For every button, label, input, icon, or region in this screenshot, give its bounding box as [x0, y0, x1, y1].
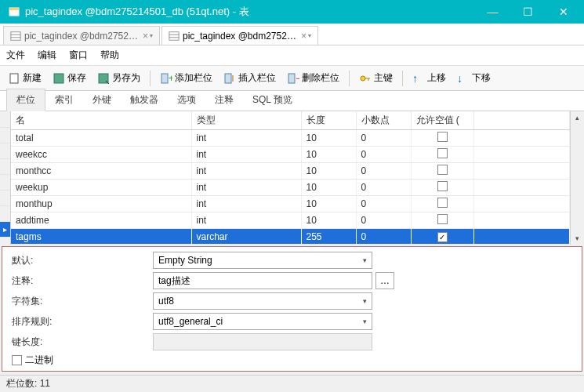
tab-close-icon[interactable]: ×	[143, 31, 148, 42]
cell-type[interactable]: int	[191, 147, 301, 163]
titlebar[interactable]: pic_tagindex @bdm275214501_db (51qt.net)…	[0, 0, 584, 24]
null-checkbox[interactable]	[437, 148, 448, 158]
cell-name[interactable]: monthup	[11, 196, 191, 212]
chevron-down-icon: ▾	[363, 297, 367, 305]
charset-select[interactable]: utf8▾	[153, 292, 372, 310]
scroll-down-icon[interactable]: ▾	[571, 232, 584, 245]
cell-length[interactable]: 10	[301, 212, 356, 229]
col-length[interactable]: 长度	[301, 111, 356, 130]
col-allow-null[interactable]: 允许空值 (	[411, 111, 473, 130]
cell-allow-null[interactable]	[411, 212, 473, 229]
tab-triggers[interactable]: 触发器	[121, 89, 168, 111]
new-button[interactable]: 新建	[3, 69, 46, 87]
cell-name[interactable]: weekup	[11, 180, 191, 196]
cell-type[interactable]: int	[191, 163, 301, 180]
primary-key-button[interactable]: 主键	[354, 69, 397, 87]
cell-allow-null[interactable]	[411, 163, 473, 180]
cell-type[interactable]: int	[191, 180, 301, 196]
comment-browse-button[interactable]: …	[375, 272, 394, 289]
svg-rect-5	[169, 31, 179, 40]
cell-decimals[interactable]: 0	[356, 163, 411, 180]
cell-length[interactable]: 10	[301, 196, 356, 212]
delete-column-button[interactable]: −删除栏位	[282, 69, 344, 87]
cell-decimals[interactable]: 0	[356, 147, 411, 163]
null-checkbox[interactable]	[437, 132, 448, 142]
close-button[interactable]: ✕	[546, 0, 581, 24]
cell-type[interactable]: int	[191, 212, 301, 229]
tab-options[interactable]: 选项	[168, 89, 205, 111]
cell-type[interactable]: int	[191, 130, 301, 147]
columns-table[interactable]: 名 类型 长度 小数点 允许空值 ( totalint100weekccint1…	[11, 111, 570, 245]
cell-name[interactable]: total	[11, 130, 191, 147]
cell-allow-null[interactable]: ✓	[411, 229, 473, 245]
table-row[interactable]: weekccint100	[11, 147, 570, 163]
cell-length[interactable]: 255	[301, 229, 356, 245]
null-checkbox[interactable]	[437, 181, 448, 191]
menu-edit[interactable]: 编辑	[38, 49, 56, 62]
move-up-button[interactable]: ↑上移	[408, 69, 451, 87]
default-select[interactable]: Empty String▾	[153, 252, 372, 269]
minimize-button[interactable]: —	[475, 0, 510, 24]
arrow-down-icon: ↓	[457, 72, 470, 85]
cell-allow-null[interactable]	[411, 147, 473, 163]
cell-type[interactable]: varchar	[191, 229, 301, 245]
binary-checkbox[interactable]	[12, 355, 22, 365]
move-down-button[interactable]: ↓下移	[452, 69, 495, 87]
cell-decimals[interactable]: 0	[356, 229, 411, 245]
col-name[interactable]: 名	[11, 111, 191, 130]
null-checkbox[interactable]: ✓	[437, 232, 448, 242]
cell-decimals[interactable]: 0	[356, 130, 411, 147]
cell-decimals[interactable]: 0	[356, 212, 411, 229]
collation-select[interactable]: utf8_general_ci▾	[153, 313, 372, 330]
cell-type[interactable]: int	[191, 196, 301, 212]
cell-decimals[interactable]: 0	[356, 180, 411, 196]
cell-allow-null[interactable]	[411, 130, 473, 147]
insert-column-button[interactable]: 插入栏位	[219, 69, 281, 87]
cell-length[interactable]: 10	[301, 180, 356, 196]
tab-sql-preview[interactable]: SQL 预览	[243, 89, 302, 111]
table-icon	[169, 31, 180, 42]
tab-indexes[interactable]: 索引	[45, 89, 83, 111]
menu-file[interactable]: 文件	[6, 49, 25, 62]
document-tab[interactable]: pic_tagindex @bdm2752… × ▾	[161, 26, 318, 45]
vertical-scrollbar[interactable]: ▴ ▾	[570, 111, 584, 245]
add-column-button[interactable]: +添加栏位	[155, 69, 217, 87]
menu-help[interactable]: 帮助	[100, 49, 119, 62]
cell-length[interactable]: 10	[301, 147, 356, 163]
col-decimals[interactable]: 小数点	[356, 111, 411, 130]
tab-dropdown-icon[interactable]: ▾	[308, 32, 311, 39]
col-type[interactable]: 类型	[191, 111, 301, 130]
null-checkbox[interactable]	[437, 214, 448, 224]
menu-window[interactable]: 窗口	[69, 49, 88, 62]
document-tab[interactable]: pic_tagindex @bdm2752… × ▾	[3, 26, 160, 45]
cell-length[interactable]: 10	[301, 163, 356, 180]
null-checkbox[interactable]	[437, 165, 448, 175]
table-row[interactable]: weekupint100	[11, 180, 570, 196]
cell-length[interactable]: 10	[301, 130, 356, 147]
scroll-up-icon[interactable]: ▴	[571, 111, 584, 124]
cell-name[interactable]: weekcc	[11, 147, 191, 163]
save-button[interactable]: 保存	[48, 69, 91, 87]
cell-allow-null[interactable]	[411, 180, 473, 196]
cell-name[interactable]: monthcc	[11, 163, 191, 180]
menubar: 文件 编辑 窗口 帮助	[0, 45, 584, 66]
tab-comment[interactable]: 注释	[205, 89, 243, 111]
tab-fields[interactable]: 栏位	[6, 89, 45, 111]
table-row[interactable]: monthupint100	[11, 196, 570, 212]
table-row[interactable]: tagmsvarchar2550✓	[11, 229, 570, 245]
table-row[interactable]: totalint100	[11, 130, 570, 147]
tab-foreign-keys[interactable]: 外键	[83, 89, 121, 111]
table-row[interactable]: monthccint100	[11, 163, 570, 180]
saveas-button[interactable]: 另存为	[92, 69, 145, 87]
table-row[interactable]: addtimeint100	[11, 212, 570, 229]
svg-rect-13	[225, 74, 231, 83]
cell-name[interactable]: addtime	[11, 212, 191, 229]
tab-dropdown-icon[interactable]: ▾	[150, 32, 153, 39]
maximize-button[interactable]: ☐	[510, 0, 546, 24]
cell-allow-null[interactable]	[411, 196, 473, 212]
null-checkbox[interactable]	[437, 198, 448, 208]
cell-name[interactable]: tagms	[11, 229, 191, 245]
tab-close-icon[interactable]: ×	[301, 31, 307, 42]
cell-decimals[interactable]: 0	[356, 196, 411, 212]
comment-input[interactable]: tag描述	[153, 272, 372, 289]
